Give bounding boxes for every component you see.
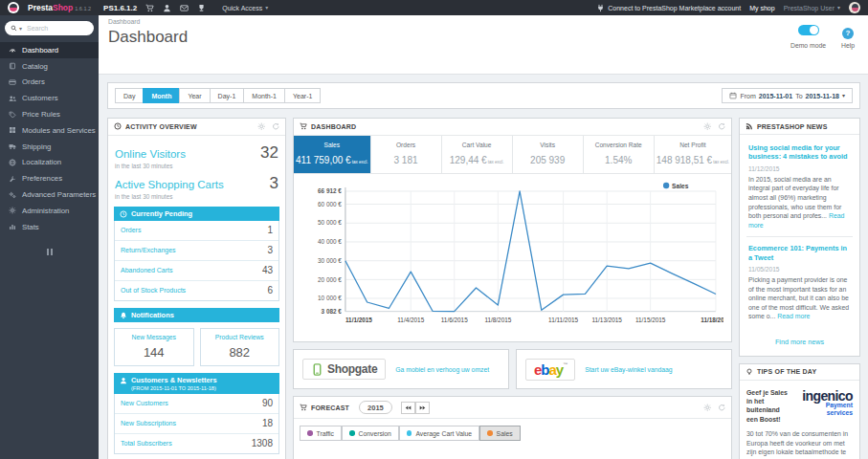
search-input[interactable] xyxy=(27,25,88,32)
panel-title: FORECAST xyxy=(311,404,349,411)
stat-link-out-of-stock-products[interactable]: Out of Stock Products xyxy=(121,287,186,294)
date-preset-buttons: DayMonthYearDay-1Month-1Year-1 xyxy=(115,88,321,103)
forecast-year-selector[interactable]: 2015 xyxy=(359,401,392,414)
my-shop-link[interactable]: My shop xyxy=(749,5,774,11)
forecast-toggle-sales[interactable]: Sales xyxy=(479,426,521,441)
stat-link-orders[interactable]: Orders xyxy=(121,227,141,233)
date-preset-day[interactable]: Day xyxy=(115,88,144,103)
forecast-toggle-conversion[interactable]: Conversion xyxy=(342,426,399,441)
tip-headline: Geef je Sales in het buitenland een Boos… xyxy=(746,388,789,424)
calendar-icon xyxy=(729,92,737,99)
marketplace-link[interactable]: Connect to PrestaShop Marketplace accoun… xyxy=(596,4,741,12)
sidebar-item-orders[interactable]: Orders xyxy=(0,75,99,91)
news-title-link[interactable]: Ecommerce 101: Payments in a Tweet xyxy=(748,244,851,262)
sidebar-item-dashboard[interactable]: Dashboard xyxy=(0,42,99,58)
sidebar-item-modules-and-services[interactable]: Modules and Services xyxy=(0,122,99,139)
sidebar-item-customers[interactable]: Customers xyxy=(0,90,99,106)
read-more-link[interactable]: Read more xyxy=(748,212,844,229)
ebay-logo[interactable]: ebay™ xyxy=(525,359,575,381)
panel-settings-icon[interactable] xyxy=(703,404,712,412)
read-more-link[interactable]: Read more xyxy=(777,313,810,319)
chart-legend[interactable]: Sales xyxy=(663,182,689,188)
svg-text:30 000 €: 30 000 € xyxy=(318,256,342,263)
find-more-news-link[interactable]: Find more news xyxy=(740,330,859,356)
kpi-tab-orders[interactable]: Orders3 181 xyxy=(371,136,442,173)
news-title-link[interactable]: Using social media for your business: 4 … xyxy=(748,143,851,162)
panel-settings-icon[interactable] xyxy=(257,122,266,131)
panel-refresh-icon[interactable] xyxy=(718,122,726,131)
help-icon[interactable]: ? xyxy=(842,28,854,39)
user-menu[interactable]: PrestaShop User▾ xyxy=(784,5,840,11)
forecast-toggle-traffic[interactable]: Traffic xyxy=(300,426,342,441)
date-to-value: 2015-11-18 xyxy=(806,93,839,99)
stat-value: 18 xyxy=(262,418,273,428)
panel-title: PRESTASHOP NEWS xyxy=(757,123,828,130)
notification-cell-new-messages[interactable]: New Messages144 xyxy=(114,328,194,366)
date-preset-month[interactable]: Month xyxy=(143,88,180,103)
cart-icon[interactable] xyxy=(145,4,154,12)
stat-link-abandoned-carts[interactable]: Abandoned Carts xyxy=(121,267,172,273)
panel-refresh-icon[interactable] xyxy=(718,404,726,412)
kpi-tab-net-profit[interactable]: Net Profit148 918,51 €tax excl. xyxy=(655,136,731,173)
online-visitors-link[interactable]: Online Visitors xyxy=(115,148,186,160)
demo-mode-toggle[interactable] xyxy=(798,25,819,35)
date-preset-year[interactable]: Year xyxy=(179,88,210,103)
news-article: Ecommerce 101: Payments in a Tweet11/05/… xyxy=(746,237,853,328)
sidebar-item-catalog[interactable]: Catalog xyxy=(0,58,99,75)
forecast-prev-button[interactable] xyxy=(401,402,415,414)
kpi-tab-cart-value[interactable]: Cart Value129,44 €tax excl. xyxy=(442,136,513,173)
date-preset-day-1[interactable]: Day-1 xyxy=(210,88,245,103)
sidebar-item-administration[interactable]: Administration xyxy=(0,203,99,219)
panel-refresh-icon[interactable] xyxy=(272,122,280,131)
date-preset-month-1[interactable]: Month-1 xyxy=(243,88,285,103)
partner-ads: Shopgate Ga mobiel en verhoog uw omzet e… xyxy=(293,349,732,389)
news-excerpt: Picking a payment provider is one of the… xyxy=(748,275,851,321)
prestashop-logo[interactable] xyxy=(8,2,19,13)
panel-title: TIPS OF THE DAY xyxy=(757,368,816,375)
svg-text:11/13/2015: 11/13/2015 xyxy=(591,316,622,322)
forecast-toggles: TrafficConversionAverage Cart ValueSales xyxy=(294,419,731,448)
date-range-picker[interactable]: From 2015-11-01 To 2015-11-18 ▾ xyxy=(722,88,853,103)
stat-link-return-exchanges[interactable]: Return/Exchanges xyxy=(121,247,176,253)
forecast-toggle-average-cart-value[interactable]: Average Cart Value xyxy=(399,426,479,441)
date-from-label: From xyxy=(740,93,755,99)
messages-icon[interactable] xyxy=(180,4,189,12)
stat-link-new-customers[interactable]: New Customers xyxy=(121,400,168,406)
sidebar-item-stats[interactable]: Stats xyxy=(0,219,99,235)
demo-mode-label: Demo mode xyxy=(790,42,826,49)
kpi-tab-visits[interactable]: Visits205 939 xyxy=(513,136,584,173)
kpi-tab-conversion-rate[interactable]: Conversion Rate1.54% xyxy=(584,136,655,173)
customer-icon[interactable] xyxy=(163,4,171,12)
avatar[interactable] xyxy=(849,2,860,13)
date-preset-year-1[interactable]: Year-1 xyxy=(284,88,321,103)
sidebar-item-advanced-parameters[interactable]: Advanced Parameters xyxy=(0,186,99,203)
svg-text:50 000 €: 50 000 € xyxy=(318,219,342,226)
sidebar-search[interactable]: ▾ xyxy=(5,21,94,35)
svg-text:11/1/2015: 11/1/2015 xyxy=(345,316,372,322)
caret-down-icon: ▾ xyxy=(842,93,845,98)
forecast-panel: FORECAST 2015 TrafficConversionAv xyxy=(293,396,732,459)
caret-down-icon[interactable]: ▾ xyxy=(19,26,22,32)
kpi-tab-sales[interactable]: Sales411 759,00 €tax excl. xyxy=(294,136,371,173)
shopgate-link[interactable]: Ga mobiel en verhoog uw omzet xyxy=(395,366,489,373)
forecast-next-button[interactable] xyxy=(415,402,430,414)
panel-settings-icon[interactable] xyxy=(703,122,712,131)
shopgate-logo[interactable]: Shopgate xyxy=(302,359,386,380)
wrench-icon xyxy=(9,175,16,183)
stat-row: Out of Stock Products6 xyxy=(115,281,278,300)
sidebar-item-price-rules[interactable]: Price Rules xyxy=(0,106,99,122)
sidebar-collapse-button[interactable] xyxy=(0,249,99,255)
sidebar-item-shipping[interactable]: Shipping xyxy=(0,139,99,155)
sidebar-item-preferences[interactable]: Preferences xyxy=(0,170,99,186)
active-carts-link[interactable]: Active Shopping Carts xyxy=(115,179,224,190)
sidebar-item-localization[interactable]: Localization xyxy=(0,155,99,171)
notifications-header: Notifications xyxy=(114,308,279,322)
brand-first: Presta xyxy=(28,3,53,12)
stat-link-new-subscriptions[interactable]: New Subscriptions xyxy=(121,420,176,426)
ingenico-sub-2: services xyxy=(802,409,853,416)
quick-access-menu[interactable]: Quick Access▾ xyxy=(222,5,268,11)
stat-link-total-subscribers[interactable]: Total Subscribers xyxy=(121,440,172,447)
notification-cell-product-reviews[interactable]: Product Reviews882 xyxy=(200,328,280,366)
ebay-link[interactable]: Start uw eBay-winkel vandaag xyxy=(585,366,672,373)
trophy-icon[interactable] xyxy=(197,4,206,12)
